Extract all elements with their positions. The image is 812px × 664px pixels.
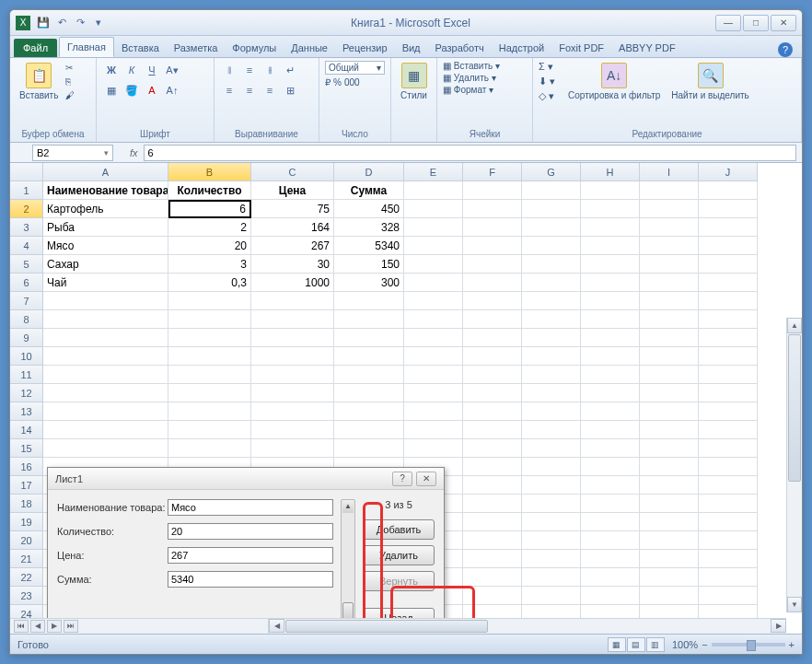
cell-H21[interactable] — [581, 550, 640, 568]
cell-I15[interactable] — [640, 439, 699, 458]
row-header-13[interactable]: 13 — [10, 402, 43, 421]
italic-icon[interactable]: К — [122, 61, 141, 79]
scroll-left-arrow-icon[interactable]: ◀ — [269, 619, 284, 633]
cell-F14[interactable] — [463, 421, 522, 439]
cell-D15[interactable] — [334, 439, 404, 458]
align-center-icon[interactable]: ≡ — [240, 81, 259, 99]
cell-E2[interactable] — [404, 200, 463, 218]
cell-G13[interactable] — [522, 402, 581, 421]
cell-F7[interactable] — [463, 292, 522, 310]
cell-A4[interactable]: Мясо — [43, 237, 168, 255]
close-button[interactable]: ✕ — [771, 15, 796, 31]
cell-B6[interactable]: 0,3 — [168, 274, 251, 292]
fill-icon[interactable]: ⬇ ▾ — [539, 76, 555, 87]
cell-G17[interactable] — [522, 476, 581, 495]
cell-B10[interactable] — [168, 347, 251, 366]
cell-J20[interactable] — [699, 531, 758, 550]
zoom-slider[interactable] — [712, 643, 785, 647]
cell-C12[interactable] — [251, 384, 334, 402]
row-header-5[interactable]: 5 — [10, 255, 43, 274]
row-header-1[interactable]: 1 — [10, 181, 43, 200]
cell-J5[interactable] — [699, 255, 758, 274]
cell-C11[interactable] — [251, 366, 334, 384]
row-header-20[interactable]: 20 — [10, 531, 43, 550]
row-header-12[interactable]: 12 — [10, 384, 43, 402]
cell-H12[interactable] — [581, 384, 640, 402]
format-cells-button[interactable]: ▦ Формат ▾ — [443, 85, 527, 95]
tab-foxit[interactable]: Foxit PDF — [551, 39, 611, 57]
cell-I17[interactable] — [640, 476, 699, 495]
cell-H16[interactable] — [581, 458, 640, 476]
cell-F22[interactable] — [463, 568, 522, 587]
cell-F21[interactable] — [463, 550, 522, 568]
insert-cells-button[interactable]: ▦ Вставить ▾ — [443, 61, 527, 71]
col-header-A[interactable]: A — [43, 163, 168, 181]
row-header-9[interactable]: 9 — [10, 329, 43, 347]
cell-H2[interactable] — [581, 200, 640, 218]
cell-J16[interactable] — [699, 458, 758, 476]
cell-F19[interactable] — [463, 513, 522, 531]
cell-H22[interactable] — [581, 568, 640, 587]
cell-D12[interactable] — [334, 384, 404, 402]
cell-E12[interactable] — [404, 384, 463, 402]
cell-C7[interactable] — [251, 292, 334, 310]
dialog-help-button[interactable]: ? — [392, 472, 412, 486]
cell-J4[interactable] — [699, 237, 758, 255]
cell-D8[interactable] — [334, 310, 404, 329]
cell-E5[interactable] — [404, 255, 463, 274]
col-header-F[interactable]: F — [463, 163, 522, 181]
cell-I21[interactable] — [640, 550, 699, 568]
cell-H13[interactable] — [581, 402, 640, 421]
cell-D10[interactable] — [334, 347, 404, 366]
col-header-C[interactable]: C — [251, 163, 334, 181]
save-icon[interactable]: 💾 — [36, 16, 51, 30]
cell-D7[interactable] — [334, 292, 404, 310]
border-icon[interactable]: ▦ — [102, 81, 121, 99]
cell-G10[interactable] — [522, 347, 581, 366]
cell-G23[interactable] — [522, 587, 581, 605]
row-header-19[interactable]: 19 — [10, 513, 43, 531]
cell-C15[interactable] — [251, 439, 334, 458]
cell-F18[interactable] — [463, 495, 522, 513]
tab-next-icon[interactable]: ▶ — [47, 620, 62, 633]
cell-I3[interactable] — [640, 218, 699, 237]
paste-button[interactable]: 📋 Вставить — [16, 61, 62, 102]
add-button[interactable]: Добавить — [363, 519, 435, 540]
select-all-corner[interactable] — [10, 163, 43, 181]
row-header-16[interactable]: 16 — [10, 458, 43, 476]
help-icon[interactable]: ? — [778, 42, 793, 57]
styles-button[interactable]: ▦ Стили — [397, 61, 431, 102]
row-header-15[interactable]: 15 — [10, 439, 43, 458]
qat-dropdown-icon[interactable]: ▾ — [91, 16, 106, 30]
row-header-18[interactable]: 18 — [10, 495, 43, 513]
cell-F8[interactable] — [463, 310, 522, 329]
tab-last-icon[interactable]: ⏭ — [64, 620, 78, 633]
cell-B4[interactable]: 20 — [168, 237, 251, 255]
cell-A8[interactable] — [43, 310, 168, 329]
cell-E11[interactable] — [404, 366, 463, 384]
tab-first-icon[interactable]: ⏮ — [14, 620, 29, 633]
cell-H11[interactable] — [581, 366, 640, 384]
cell-J15[interactable] — [699, 439, 758, 458]
cell-E9[interactable] — [404, 329, 463, 347]
cell-F15[interactable] — [463, 439, 522, 458]
align-bottom-icon[interactable]: ⫵ — [261, 61, 279, 79]
vscroll-thumb[interactable] — [788, 334, 801, 482]
cell-H4[interactable] — [581, 237, 640, 255]
cell-G6[interactable] — [522, 274, 581, 292]
cell-F13[interactable] — [463, 402, 522, 421]
cell-B3[interactable]: 2 — [168, 218, 251, 237]
cell-H6[interactable] — [581, 274, 640, 292]
cell-H18[interactable] — [581, 495, 640, 513]
cell-G20[interactable] — [522, 531, 581, 550]
cell-E4[interactable] — [404, 237, 463, 255]
name-box[interactable]: B2 — [32, 145, 113, 161]
wrap-text-icon[interactable]: ↵ — [281, 61, 299, 79]
cell-G9[interactable] — [522, 329, 581, 347]
clear-icon[interactable]: ◇ ▾ — [539, 90, 555, 102]
cell-D2[interactable]: 450 — [334, 200, 404, 218]
cell-E14[interactable] — [404, 421, 463, 439]
delete-cells-button[interactable]: ▦ Удалить ▾ — [443, 73, 527, 83]
zoom-in-icon[interactable]: + — [789, 639, 795, 650]
row-header-23[interactable]: 23 — [10, 587, 43, 605]
